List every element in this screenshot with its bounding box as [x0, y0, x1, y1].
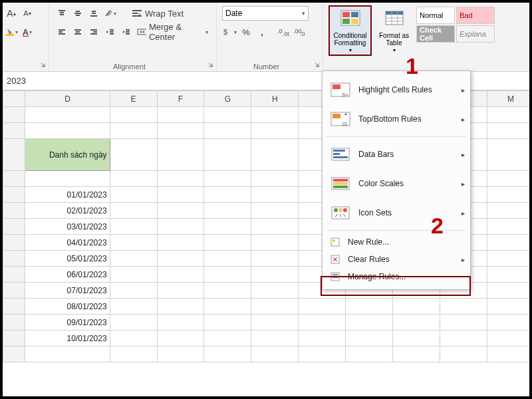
svg-rect-1	[59, 10, 65, 11]
svg-rect-18	[76, 31, 80, 33]
menu-label: Highlight Cells Rules	[358, 85, 432, 94]
indent-decrease-button[interactable]	[102, 25, 117, 39]
accounting-format-button[interactable]: $	[222, 25, 237, 39]
highlight-cells-icon: S>	[329, 78, 352, 101]
row-header[interactable]	[3, 171, 25, 187]
align-bottom-button[interactable]	[86, 6, 101, 21]
data-bars-icon	[329, 143, 352, 166]
chevron-down-icon: ▾	[393, 47, 396, 53]
menu-separator	[327, 136, 466, 137]
menu-data-bars[interactable]: Data Bars ▸	[323, 140, 470, 169]
row-header[interactable]	[3, 331, 25, 346]
cell-style-normal[interactable]: Normal	[416, 7, 455, 24]
menu-highlight-cells-rules[interactable]: S> Highlight Cells Rules ▸	[323, 75, 470, 104]
menu-new-rule[interactable]: New Rule...	[323, 233, 470, 251]
align-top-button[interactable]	[55, 6, 69, 21]
alignment-group-launcher[interactable]: ⇲	[207, 62, 215, 70]
font-color-button[interactable]: A	[20, 25, 35, 39]
row-header[interactable]	[3, 315, 25, 331]
percent-button[interactable]: %	[239, 25, 253, 39]
svg-text:.0: .0	[300, 31, 305, 37]
data-cell[interactable]: 09/01/2023	[25, 315, 110, 331]
row-header[interactable]	[3, 235, 25, 251]
data-cell[interactable]: 08/01/2023	[25, 299, 110, 315]
row-header[interactable]	[3, 187, 25, 203]
row-header[interactable]	[3, 283, 25, 299]
submenu-arrow-icon: ▸	[462, 86, 465, 94]
align-bottom-icon	[89, 9, 98, 18]
row-header[interactable]	[3, 267, 25, 283]
data-cell[interactable]: 02/01/2023	[25, 203, 110, 219]
indent-inc-icon	[121, 27, 130, 37]
cell-style-bad[interactable]: Bad	[456, 7, 495, 24]
ribbon: A▴ A▾ A ⇲ ab Wrap Text	[3, 3, 529, 72]
svg-rect-14	[59, 29, 65, 31]
svg-point-63	[343, 208, 347, 212]
data-cell[interactable]: 05/01/2023	[25, 251, 110, 267]
col-header[interactable]: H	[251, 91, 299, 107]
row-header[interactable]	[3, 299, 25, 315]
table-header-cell[interactable]: Danh sách ngày	[25, 139, 110, 171]
font-decrease-button[interactable]: A▾	[20, 6, 35, 21]
svg-rect-4	[76, 11, 80, 12]
menu-separator	[327, 230, 466, 231]
icon-sets-icon	[329, 201, 352, 224]
number-group-launcher[interactable]: ⇲	[313, 62, 321, 70]
data-cell[interactable]: 01/01/2023	[25, 187, 110, 203]
comma-button[interactable]: ,	[255, 25, 269, 39]
number-format-select[interactable]: Date ▾	[222, 6, 309, 21]
increase-decimal-button[interactable]: .0.00	[276, 25, 291, 39]
col-header[interactable]: F	[157, 91, 204, 107]
format-as-table-button[interactable]: Format as Table ▾	[372, 5, 416, 56]
menu-top-bottom-rules[interactable]: 10 Top/Bottom Rules ▸	[323, 104, 470, 134]
cell-style-check-cell[interactable]: Check Cell	[416, 25, 455, 43]
orientation-button[interactable]: ab	[102, 6, 117, 21]
menu-label: Icon Sets	[358, 208, 392, 217]
font-group-launcher[interactable]: ⇲	[39, 62, 47, 70]
conditional-formatting-button[interactable]: Conditional Formatting ▾	[329, 5, 372, 56]
menu-clear-rules[interactable]: Clear Rules ▸	[323, 251, 470, 268]
row-header[interactable]	[3, 203, 25, 219]
row-header[interactable]	[3, 346, 25, 362]
font-increase-button[interactable]: A▴	[4, 6, 19, 21]
svg-point-62	[338, 208, 342, 212]
row-header[interactable]	[3, 251, 25, 267]
menu-label: Top/Bottom Rules	[358, 114, 422, 124]
align-center-button[interactable]	[70, 25, 85, 39]
row-header[interactable]	[3, 107, 25, 123]
data-cell[interactable]: 03/01/2023	[25, 219, 110, 235]
menu-icon-sets[interactable]: Icon Sets ▸	[323, 198, 470, 227]
col-header[interactable]: E	[110, 91, 157, 107]
svg-rect-6	[76, 15, 80, 16]
svg-rect-58	[333, 182, 348, 185]
indent-increase-button[interactable]	[118, 25, 133, 39]
data-cell[interactable]: 04/01/2023	[25, 235, 110, 251]
row-header[interactable]	[3, 123, 25, 139]
col-header[interactable]: M	[487, 91, 530, 107]
align-middle-button[interactable]	[70, 6, 85, 21]
cell-style-explanatory[interactable]: Explana	[456, 25, 495, 43]
wrap-text-button[interactable]: Wrap Text	[129, 6, 186, 21]
svg-rect-2	[60, 12, 64, 13]
data-cell[interactable]: 10/01/2023	[25, 331, 110, 346]
fill-color-button[interactable]	[4, 25, 19, 39]
submenu-arrow-icon: ▸	[462, 116, 465, 123]
menu-label: Clear Rules	[348, 255, 390, 264]
col-header[interactable]: D	[25, 91, 110, 107]
row-header[interactable]	[3, 219, 25, 235]
decrease-decimal-button[interactable]: .00.0	[292, 25, 307, 39]
merge-icon	[137, 27, 146, 37]
col-header[interactable]: G	[204, 91, 251, 107]
row-header[interactable]	[3, 139, 25, 171]
svg-rect-47	[332, 84, 340, 89]
alignment-group: ab Wrap Text Merge & Center Alignment ⇲	[49, 4, 217, 71]
svg-rect-9	[90, 15, 97, 17]
menu-color-scales[interactable]: Color Scales ▸	[323, 169, 470, 198]
align-left-button[interactable]	[55, 25, 69, 39]
select-all-corner[interactable]	[3, 91, 25, 107]
data-cell[interactable]: 07/01/2023	[25, 283, 110, 299]
merge-center-button[interactable]: Merge & Center	[134, 25, 211, 39]
number-format-value: Date	[225, 9, 242, 18]
data-cell[interactable]: 06/01/2023	[25, 267, 110, 283]
align-right-button[interactable]	[86, 25, 101, 39]
